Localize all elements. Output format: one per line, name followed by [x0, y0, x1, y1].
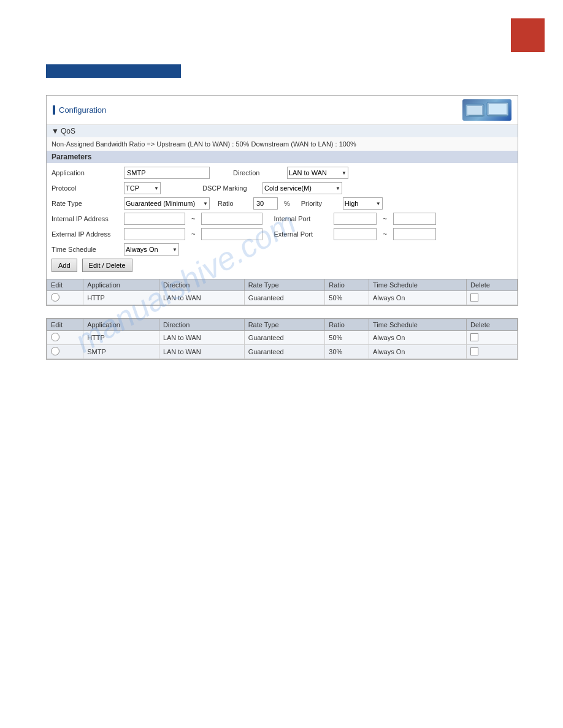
inner-row1-edit	[47, 291, 83, 305]
inner-table-header-delete: Delete	[467, 279, 518, 291]
second-row2-time-schedule: Always On	[369, 345, 466, 359]
inner-table-header-rate-type: Rate Type	[244, 279, 325, 291]
inner-table-header-ratio: Ratio	[325, 279, 369, 291]
direction-select[interactable]: LAN to WAN WAN to LAN	[287, 167, 348, 179]
second-table-header-edit: Edit	[47, 319, 83, 331]
second-row2-direction: LAN to WAN	[159, 345, 244, 359]
inner-table-header-edit: Edit	[47, 279, 83, 291]
inner-row1-application: HTTP	[83, 291, 159, 305]
qos-section-header[interactable]: ▼ QoS	[47, 125, 518, 137]
second-row1-time-schedule: Always On	[369, 331, 466, 345]
form-row-rate-type: Rate Type Guaranteed (Minimum) Maximum R…	[52, 197, 513, 210]
inner-qos-table: Edit Application Direction Rate Type Rat…	[47, 279, 518, 305]
inner-row1-direction: LAN to WAN	[159, 291, 244, 305]
inner-row1-ratio: 50%	[325, 291, 369, 305]
internal-port-from[interactable]	[334, 213, 377, 225]
ratio-label: Ratio	[218, 200, 248, 207]
svg-rect-1	[467, 106, 482, 115]
ratio-unit: %	[284, 200, 290, 207]
external-port-tilde: ~	[383, 230, 386, 238]
config-header: Configuration	[47, 96, 518, 125]
internal-port-label: Internal Port	[274, 215, 329, 222]
table-row: HTTP LAN to WAN Guaranteed 50% Always On	[47, 291, 518, 305]
params-label: Parameters	[52, 153, 91, 161]
blue-header-bar	[46, 64, 181, 78]
internal-port-tilde: ~	[383, 215, 386, 222]
second-row1-edit	[47, 331, 83, 345]
external-ip-label: External IP Address	[52, 230, 119, 238]
internal-port-to[interactable]	[393, 213, 436, 225]
second-table-header-ratio: Ratio	[325, 319, 369, 331]
edit-delete-button[interactable]: Edit / Delete	[82, 259, 132, 272]
priority-label: Priority	[301, 200, 338, 207]
form-row-external-ip: External IP Address ~ External Port ~	[52, 228, 513, 240]
config-panel: Configuration ▼ QoS Non-Assigned Bandwid…	[46, 95, 518, 306]
external-port-to[interactable]	[393, 228, 436, 240]
form-area: Application Direction LAN to WAN WAN to …	[47, 163, 518, 279]
rate-type-label: Rate Type	[52, 200, 119, 207]
second-row2-application: SMTP	[83, 345, 159, 359]
protocol-select[interactable]: TCP UDP Both	[124, 182, 161, 194]
priority-select-wrapper: High Medium Low	[343, 197, 383, 210]
second-row1-checkbox[interactable]	[470, 333, 478, 341]
direction-select-wrapper: LAN to WAN WAN to LAN	[287, 167, 348, 179]
inner-row1-checkbox[interactable]	[470, 294, 478, 301]
external-port-label: External Port	[274, 230, 329, 238]
bandwidth-text: Non-Assigned Bandwidth Ratio => Upstream…	[52, 140, 356, 148]
time-schedule-select-wrapper: Always On	[124, 243, 179, 256]
internal-ip-to[interactable]	[201, 213, 262, 225]
second-row1-application: HTTP	[83, 331, 159, 345]
direction-label: Direction	[233, 169, 282, 176]
external-ip-from[interactable]	[124, 228, 185, 240]
second-row1-delete	[467, 331, 518, 345]
dscp-select[interactable]: Cold service(M) None	[262, 182, 342, 194]
time-schedule-label: Time Schedule	[52, 246, 119, 253]
dscp-select-wrapper: Cold service(M) None	[262, 182, 342, 194]
rate-type-select[interactable]: Guaranteed (Minimum) Maximum	[124, 197, 210, 210]
protocol-select-wrapper: TCP UDP Both	[124, 182, 161, 194]
external-ip-to[interactable]	[201, 228, 262, 240]
svg-rect-4	[489, 104, 507, 114]
inner-row1-radio[interactable]	[51, 293, 59, 301]
second-row1-radio[interactable]	[51, 333, 59, 341]
second-table-header-application: Application	[83, 319, 159, 331]
inner-row1-time-schedule: Always On	[369, 291, 466, 305]
add-button[interactable]: Add	[52, 259, 77, 272]
internal-ip-from[interactable]	[124, 213, 185, 225]
table-row: SMTP LAN to WAN Guaranteed 30% Always On	[47, 345, 518, 359]
second-row2-checkbox[interactable]	[470, 347, 478, 355]
config-title: Configuration	[53, 105, 106, 115]
second-table-header-time-schedule: Time Schedule	[369, 319, 466, 331]
form-row-application: Application Direction LAN to WAN WAN to …	[52, 167, 513, 179]
second-row2-ratio: 30%	[325, 345, 369, 359]
second-table-header-rate-type: Rate Type	[244, 319, 325, 331]
application-input[interactable]	[124, 167, 210, 179]
bandwidth-info: Non-Assigned Bandwidth Ratio => Upstream…	[47, 137, 518, 151]
external-ip-tilde: ~	[191, 230, 195, 238]
inner-row1-rate-type: Guaranteed	[244, 291, 325, 305]
svg-rect-5	[488, 115, 507, 116]
time-schedule-select[interactable]: Always On	[124, 243, 179, 256]
second-row2-radio[interactable]	[51, 347, 59, 355]
main-content: Configuration ▼ QoS Non-Assigned Bandwid…	[46, 95, 518, 360]
second-table-header-delete: Delete	[467, 319, 518, 331]
svg-rect-2	[469, 115, 484, 116]
second-row2-rate-type: Guaranteed	[244, 345, 325, 359]
second-row1-direction: LAN to WAN	[159, 331, 244, 345]
qos-label: QoS	[61, 127, 75, 135]
config-icon	[462, 99, 511, 121]
inner-row1-delete	[467, 291, 518, 305]
form-row-buttons: Add Edit / Delete	[52, 259, 513, 272]
external-port-from[interactable]	[334, 228, 377, 240]
dscp-label: DSCP Marking	[202, 184, 258, 192]
inner-table-header-time-schedule: Time Schedule	[369, 279, 466, 291]
second-table-header-direction: Direction	[159, 319, 244, 331]
ratio-input[interactable]	[253, 197, 278, 210]
protocol-label: Protocol	[52, 184, 119, 192]
priority-select[interactable]: High Medium Low	[343, 197, 383, 210]
qos-arrow: ▼	[52, 127, 59, 135]
second-row2-delete	[467, 345, 518, 359]
inner-table-header-application: Application	[83, 279, 159, 291]
params-header: Parameters	[47, 151, 518, 163]
form-row-internal-ip: Internal IP Address ~ Internal Port ~	[52, 213, 513, 225]
